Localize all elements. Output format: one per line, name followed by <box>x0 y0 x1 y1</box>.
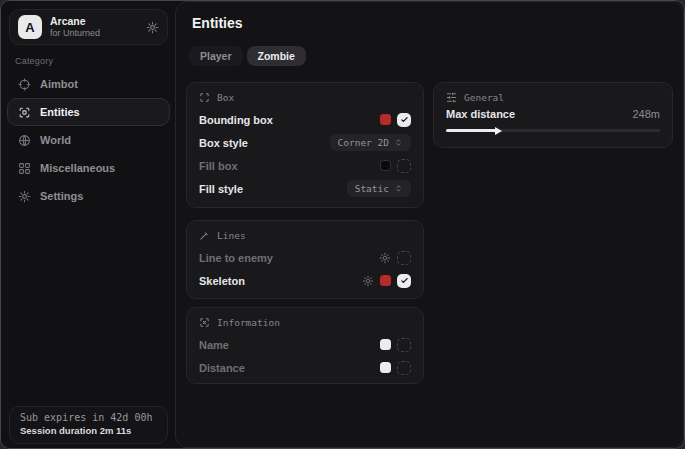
line-to-enemy-checkbox[interactable] <box>397 251 411 265</box>
sidebar: A Arcane for Unturned Category <box>1 1 176 448</box>
line-to-enemy-row: Line to enemy <box>199 246 411 269</box>
name-label: Name <box>199 339 380 351</box>
sub-expiry-text: Sub expires in 42d 00h <box>20 412 157 423</box>
distance-checkbox[interactable] <box>397 361 411 375</box>
gear-icon[interactable] <box>362 275 374 287</box>
main-panel: Entities Player Zombie Box Bounding box <box>175 1 684 448</box>
color-swatch[interactable] <box>380 339 391 350</box>
slider-thumb[interactable] <box>495 127 502 135</box>
skeleton-checkbox[interactable] <box>397 274 411 288</box>
line-to-enemy-label: Line to enemy <box>199 252 379 264</box>
sidebar-item-settings[interactable]: Settings <box>7 182 170 210</box>
lines-card-header: Lines <box>199 230 411 241</box>
sidebar-item-label: Miscellaneous <box>40 162 115 174</box>
sidebar-item-aimbot[interactable]: Aimbot <box>7 70 170 98</box>
app-subtitle: for Unturned <box>50 28 138 39</box>
chevrons-up-down-icon <box>394 184 403 193</box>
name-checkbox[interactable] <box>397 338 411 352</box>
chevrons-up-down-icon <box>394 138 403 147</box>
entities-icon <box>18 106 31 119</box>
distance-label: Distance <box>199 362 380 374</box>
information-card-header: Information <box>199 317 411 328</box>
fill-style-value: Static <box>355 183 389 194</box>
color-swatch[interactable] <box>380 275 391 286</box>
bounding-box-row: Bounding box <box>199 108 411 131</box>
max-distance-label: Max distance <box>446 108 632 120</box>
info-scan-icon <box>199 317 210 328</box>
lines-card: Lines Line to enemy Skeleton <box>186 220 424 299</box>
box-card: Box Bounding box Box style Corner 2D <box>186 82 424 208</box>
scan-corners-icon <box>199 92 210 103</box>
category-label: Category <box>15 56 53 66</box>
bounding-box-checkbox[interactable] <box>397 113 411 127</box>
box-style-value: Corner 2D <box>338 137 389 148</box>
app-logo: A <box>18 15 42 39</box>
max-distance-slider[interactable] <box>446 129 660 132</box>
fill-style-label: Fill style <box>199 183 347 195</box>
sidebar-nav: Aimbot Entities World <box>1 70 176 210</box>
box-card-header: Box <box>199 92 411 103</box>
fill-style-row: Fill style Static <box>199 177 411 200</box>
general-card: General Max distance 248m <box>433 82 673 148</box>
sidebar-item-label: Aimbot <box>40 78 78 90</box>
session-duration-text: Session duration 2m 11s <box>20 425 157 436</box>
max-distance-value: 248m <box>632 108 660 120</box>
color-swatch[interactable] <box>380 114 391 125</box>
box-style-row: Box style Corner 2D <box>199 131 411 154</box>
sidebar-item-label: World <box>40 134 71 146</box>
fill-style-dropdown[interactable]: Static <box>347 180 411 197</box>
gear-icon <box>18 190 31 203</box>
gear-icon[interactable] <box>379 252 391 264</box>
max-distance-row: Max distance 248m <box>446 108 660 120</box>
color-swatch[interactable] <box>380 362 391 373</box>
brand-text: Arcane for Unturned <box>50 15 138 38</box>
grid-icon <box>18 162 31 175</box>
skeleton-label: Skeleton <box>199 275 362 287</box>
skeleton-row: Skeleton <box>199 269 411 292</box>
name-row: Name <box>199 333 411 356</box>
box-style-label: Box style <box>199 137 330 149</box>
information-card-title: Information <box>217 317 280 328</box>
sidebar-item-label: Settings <box>40 190 83 202</box>
box-style-dropdown[interactable]: Corner 2D <box>330 134 411 151</box>
subscription-card: Sub expires in 42d 00h Session duration … <box>9 406 168 444</box>
pencil-line-icon <box>199 230 210 241</box>
sliders-icon <box>446 92 457 103</box>
crosshair-icon <box>18 78 31 91</box>
page-title: Entities <box>192 15 243 31</box>
tab-zombie[interactable]: Zombie <box>247 46 306 66</box>
slider-fill <box>446 129 497 132</box>
fill-box-checkbox[interactable] <box>397 159 411 173</box>
app-title: Arcane <box>50 15 138 28</box>
gear-icon[interactable] <box>146 21 159 34</box>
distance-row: Distance <box>199 356 411 379</box>
information-card: Information Name Distance <box>186 307 424 384</box>
fill-box-label: Fill box <box>199 160 380 172</box>
general-card-header: General <box>446 92 660 103</box>
globe-icon <box>18 134 31 147</box>
tab-bar: Player Zombie <box>189 46 306 66</box>
sidebar-item-miscellaneous[interactable]: Miscellaneous <box>7 154 170 182</box>
sidebar-item-label: Entities <box>40 106 80 118</box>
bounding-box-label: Bounding box <box>199 114 380 126</box>
brand-card: A Arcane for Unturned <box>9 9 168 45</box>
sidebar-item-entities[interactable]: Entities <box>7 98 170 126</box>
color-swatch[interactable] <box>380 160 391 171</box>
app-window: A Arcane for Unturned Category <box>0 0 685 449</box>
sidebar-item-world[interactable]: World <box>7 126 170 154</box>
general-card-title: General <box>464 92 504 103</box>
tab-player[interactable]: Player <box>189 46 243 66</box>
box-card-title: Box <box>217 92 234 103</box>
fill-box-row: Fill box <box>199 154 411 177</box>
lines-card-title: Lines <box>217 230 246 241</box>
